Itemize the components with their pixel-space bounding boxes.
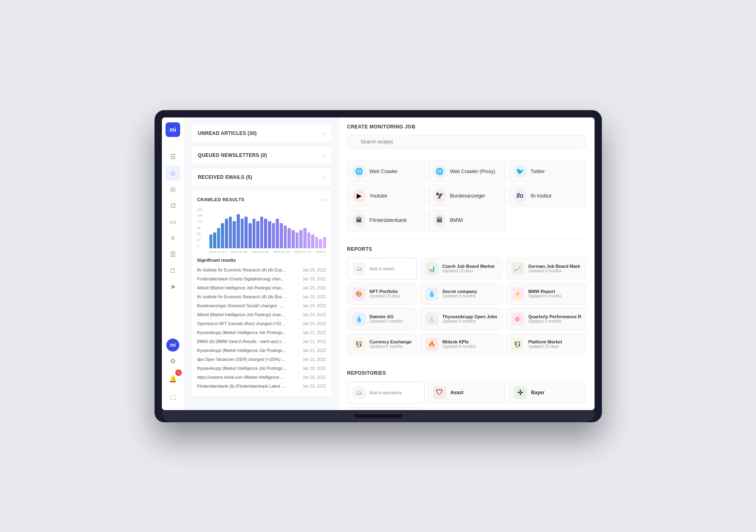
report-card[interactable]: ⚡ BMW Report Updated 6 months — [506, 283, 586, 305]
repo-card[interactable]: ✛ Bayer — [509, 382, 586, 404]
result-row[interactable]: thyssenkrupp (Market Intelligence Job Po… — [197, 328, 326, 337]
report-card[interactable]: 🔥 Midesk KPIs Updated 6 months — [420, 333, 503, 355]
result-row[interactable]: Bundesanzeiger (Keyword 'Sozial') change… — [197, 302, 326, 311]
result-row[interactable]: https://careers.loreal.com (Market Intel… — [197, 373, 326, 382]
chart-bar — [256, 221, 259, 248]
menu-icon[interactable]: ☰ — [166, 150, 180, 164]
add-repo-label: Add a repository — [370, 390, 402, 395]
settings-icon[interactable]: ⚙ — [166, 354, 180, 369]
result-row[interactable]: Abbott (Market Intelligence Job Postings… — [197, 311, 326, 319]
recipes-search-input[interactable] — [347, 135, 586, 148]
logout-icon[interactable]: ⬚ — [166, 390, 180, 404]
monitoring-section-title: CREATE MONITORING JOB — [347, 124, 586, 130]
report-icon: ⚙ — [511, 313, 524, 326]
list-icon[interactable]: ☰ — [166, 247, 180, 262]
result-row[interactable]: Förderdatenbank (A) (Förderdatenbank Lat… — [197, 382, 326, 391]
report-icon: 💧 — [425, 287, 438, 300]
result-date: Jan 20, 2022 — [303, 384, 326, 389]
repo-name: Bayer — [531, 390, 545, 395]
report-card[interactable]: 💱 Currency Exchange Updated 6 months — [347, 333, 417, 355]
add-report-button[interactable]: 🗂 Add a report — [347, 258, 417, 280]
report-card[interactable]: 💧 Secret company Updated 5 months — [420, 283, 503, 305]
add-repository-button[interactable]: 🗂 Add a repository — [347, 382, 425, 404]
result-row[interactable]: thyssenkrupp (Market Intelligence Job Po… — [197, 346, 326, 355]
repo-card[interactable]: ◎ BMW — [347, 407, 425, 410]
report-card[interactable]: 📊 Czech Job Board Market Updated 13 days — [420, 258, 503, 280]
report-icon: 💧 — [353, 313, 366, 326]
target-icon[interactable]: ◎ — [166, 182, 180, 197]
recipe-card[interactable]: 🐦 Twitter — [508, 161, 586, 182]
recipe-icon: ifo — [514, 189, 527, 202]
laptop-base — [162, 410, 595, 422]
recipe-card[interactable]: ▶ Youtube — [347, 185, 425, 207]
result-row[interactable]: Abbott (Market Intelligence Job Postings… — [197, 284, 326, 293]
crawled-chart: 1801501209060300 — [197, 208, 326, 248]
home-icon[interactable]: ⌂ — [166, 166, 180, 180]
report-name: German Job Board Mark — [528, 264, 581, 269]
report-name: Daimler AG — [370, 314, 412, 319]
chart-bar — [260, 217, 264, 248]
report-card[interactable]: 🎨 NFT Portfolio Updated 19 days — [347, 283, 417, 305]
recipe-card[interactable]: 🌐 Web Crawler — [347, 161, 425, 182]
report-info: Thyssenkrupp Open Jobs Updated 6 months — [442, 314, 497, 324]
result-text: BMWi (A) (BMWi Search Results - start\-u… — [197, 339, 287, 344]
chart-bar — [323, 237, 326, 248]
file-icon[interactable]: 🗋 — [166, 263, 180, 278]
avatar[interactable]: mi — [166, 339, 179, 352]
chart-bar — [280, 223, 283, 248]
chart-bar — [209, 235, 213, 248]
chart-bar — [217, 228, 220, 248]
recipe-card[interactable]: 🌐 Web Crawler (Proxy) — [428, 161, 506, 182]
result-row[interactable]: Ifo Institute for Economic Research (A) … — [197, 266, 326, 275]
recipe-card[interactable]: 🏛 BMWi — [428, 209, 506, 231]
result-row[interactable]: thyssenkrupp (Market Intelligence Job Po… — [197, 364, 326, 373]
more-options-icon[interactable]: ⋯ — [320, 196, 326, 204]
result-row[interactable]: Opensea.io NFT Surreals (floor) changed … — [197, 319, 326, 328]
repo-card[interactable]: 🛡 Avast — [428, 382, 505, 404]
received-emails-row[interactable]: RECEIVED EMAILS (5) › — [191, 168, 332, 187]
queued-newsletters-row[interactable]: QUEUED NEWSLETTERS (0) › — [191, 146, 332, 165]
result-row[interactable]: Ifo Institute for Economic Research (A) … — [197, 293, 326, 302]
result-row[interactable]: Forderdatenbank (Grants Digitalisierung)… — [197, 275, 326, 284]
recipe-card[interactable]: 🏛 Förderdatenbank — [347, 209, 425, 231]
result-row[interactable]: dpa Open Vacancies (GER) changed (+100%)… — [197, 355, 326, 364]
document-icon[interactable]: ≡ — [166, 231, 180, 245]
report-icon: 💱 — [511, 338, 524, 351]
chart-bar — [237, 214, 240, 248]
recipe-icon: 🏛 — [433, 214, 446, 227]
notifications-wrapper: 🔔 3 — [166, 371, 180, 387]
report-card[interactable]: 💧 Daimler AG Updated 6 months — [347, 308, 417, 330]
repo-name: Avast — [450, 390, 463, 395]
result-text: Förderdatenbank (A) (Förderdatenbank Lat… — [197, 384, 287, 389]
crawled-header: CRAWLED RESULTS ⋯ — [197, 196, 326, 204]
report-card[interactable]: 📈 German Job Board Mark Updated 3 months — [506, 258, 586, 280]
app-logo[interactable]: mi — [166, 122, 180, 137]
report-updated: Updated 6 months — [442, 319, 497, 324]
monitor-icon[interactable]: ▭ — [166, 215, 180, 229]
unread-articles-label: UNREAD ARTICLES (30) — [198, 130, 257, 136]
result-text: Ifo Institute for Economic Research (A) … — [197, 295, 287, 299]
unread-articles-row[interactable]: UNREAD ARTICLES (30) › — [191, 124, 332, 143]
report-card[interactable]: ⚙ Quarterly Performance R Updated 3 mont… — [506, 308, 586, 330]
recipe-card[interactable]: ifo ifo Institut — [508, 185, 586, 207]
report-info: Midesk KPIs Updated 6 months — [442, 339, 497, 349]
recipe-label: Web Crawler (Proxy) — [450, 169, 495, 174]
send-icon[interactable]: ➤ — [166, 280, 180, 294]
result-date: Jan 25, 2022 — [303, 295, 326, 299]
report-info: BMW Report Updated 6 months — [528, 289, 581, 298]
recipe-card[interactable]: 🦅 Bundesanzeiger — [428, 185, 506, 207]
report-updated: Updated 3 months — [528, 269, 581, 273]
report-info: NFT Portfolio Updated 19 days — [370, 289, 412, 298]
report-updated: Updated 6 months — [370, 319, 412, 324]
camera-icon[interactable]: ⊡ — [166, 198, 180, 213]
result-date: Jan 21, 2022 — [303, 348, 326, 353]
report-info: Secret company Updated 5 months — [442, 289, 497, 298]
repositories-section-title: REPOSITORIES — [347, 370, 586, 376]
report-card[interactable]: △ Thyssenkrupp Open Jobs Updated 6 month… — [420, 308, 503, 330]
report-name: Platform Market — [528, 339, 581, 344]
result-row[interactable]: BMWi (A) (BMWi Search Results - start\-u… — [197, 337, 326, 346]
report-card[interactable]: 💱 Platform Market Updated 23 days — [506, 333, 586, 355]
divider-1 — [347, 239, 586, 240]
result-date: Jan 21, 2022 — [303, 357, 326, 362]
report-updated: Updated 6 months — [442, 344, 497, 349]
